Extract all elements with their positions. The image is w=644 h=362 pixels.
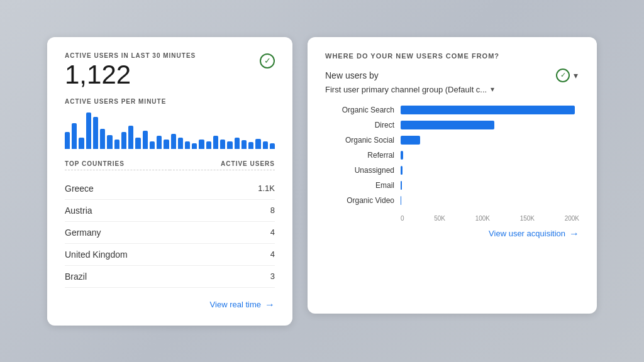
top-countries-label: TOP COUNTRIES — [65, 160, 170, 170]
channel-bar-wrap — [401, 136, 579, 145]
list-item: Unassigned — [325, 166, 579, 175]
country-name: Greece — [65, 184, 94, 194]
country-value: 1.1K — [258, 184, 275, 193]
view-realtime-link[interactable]: View real time → — [65, 299, 275, 310]
channel-bar-fill — [401, 151, 403, 160]
card-controls: ✓ ▾ — [556, 69, 579, 82]
minute-bar — [185, 141, 190, 149]
x-axis-labels: 050K100K150K200K — [401, 215, 579, 222]
per-minute-title: ACTIVE USERS PER MINUTE — [65, 98, 275, 105]
country-name: Austria — [65, 206, 92, 216]
active-users-label: ACTIVE USERS — [170, 160, 275, 170]
view-realtime-label: View real time — [210, 300, 261, 309]
minute-bar — [72, 123, 77, 149]
minute-bar — [263, 141, 268, 149]
x-axis-label: 150K — [520, 215, 535, 222]
table-row: Greece 1.1K — [65, 178, 275, 200]
dashboard: ACTIVE USERS IN LAST 30 MINUTES 1,122 ✓ … — [47, 37, 597, 326]
channel-label: Organic Search — [325, 106, 394, 114]
x-axis-label: 50K — [434, 215, 445, 222]
countries-list: Greece 1.1KAustria 8Germany 4United King… — [65, 178, 275, 288]
table-row: Brazil 3 — [65, 266, 275, 288]
arrow-icon: → — [265, 299, 275, 310]
channel-label: Direct — [325, 121, 394, 129]
list-item: Organic Video — [325, 196, 579, 205]
minute-bar — [128, 126, 133, 148]
channel-dropdown-text: First user primary channel group (Defaul… — [325, 85, 487, 94]
country-value: 3 — [270, 272, 275, 281]
table-row: Germany 4 — [65, 222, 275, 244]
channel-label: Referral — [325, 151, 394, 160]
active-users-title: ACTIVE USERS IN LAST 30 MINUTES — [65, 52, 196, 59]
channel-label: Organic Social — [325, 136, 394, 145]
minute-bar — [235, 138, 240, 148]
list-item: Organic Search — [325, 106, 579, 114]
channel-bar-fill — [401, 166, 402, 175]
minute-bar — [100, 129, 105, 149]
minute-bar — [213, 136, 218, 148]
status-check-icon: ✓ — [260, 53, 275, 69]
dropdown-caret-btn[interactable]: ▾ — [572, 70, 579, 80]
minute-bar — [143, 131, 148, 149]
country-name: Germany — [65, 228, 101, 238]
minute-bar — [220, 140, 225, 149]
minute-bar — [150, 141, 155, 149]
minute-bar — [79, 138, 84, 148]
view-acquisition-link[interactable]: View user acquisition → — [325, 228, 579, 239]
list-item: Organic Social — [325, 136, 579, 145]
channel-bar-chart: Organic Search Direct Organic Social Ref… — [325, 106, 579, 205]
minute-bar — [107, 135, 112, 149]
minute-bar — [93, 117, 98, 149]
channel-label: Unassigned — [325, 166, 394, 175]
minute-bar — [114, 140, 119, 149]
active-users-count: 1,122 — [65, 62, 196, 88]
x-axis-label: 0 — [401, 215, 404, 222]
channel-bar-fill — [401, 136, 420, 145]
list-item: Direct — [325, 121, 579, 129]
channel-bar-wrap — [401, 196, 579, 205]
channel-label: Email — [325, 181, 394, 190]
list-item: Email — [325, 181, 579, 190]
x-axis-label: 100K — [475, 215, 490, 222]
minute-bar — [192, 143, 197, 149]
table-row: United Kingdom 4 — [65, 244, 275, 266]
minute-bar — [178, 138, 183, 148]
minute-bar — [164, 140, 169, 149]
minute-bar — [206, 141, 211, 149]
arrow-icon-right: → — [569, 228, 579, 239]
minute-bar — [227, 141, 232, 149]
check-icon-right: ✓ — [556, 69, 570, 82]
countries-table-header: TOP COUNTRIES ACTIVE USERS — [65, 160, 275, 173]
list-item: Referral — [325, 151, 579, 160]
table-row: Austria 8 — [65, 200, 275, 222]
country-name: Brazil — [65, 272, 87, 282]
minute-bar — [171, 134, 176, 148]
minute-bar — [199, 140, 204, 149]
per-minute-bar-chart — [65, 111, 275, 149]
channel-bar-fill — [401, 106, 575, 114]
minute-bar — [157, 136, 162, 148]
channel-bar-wrap — [401, 181, 579, 190]
new-users-card: WHERE DO YOUR NEW USERS COME FROM? New u… — [308, 37, 597, 314]
channel-bar-wrap — [401, 121, 579, 129]
channel-dropdown-row[interactable]: First user primary channel group (Defaul… — [325, 85, 579, 94]
channel-bar-fill — [401, 121, 494, 129]
country-value: 4 — [270, 250, 275, 259]
country-name: United Kingdom — [65, 250, 128, 260]
x-axis-label: 200K — [565, 215, 579, 222]
minute-bar — [270, 143, 275, 149]
view-acquisition-label: View user acquisition — [489, 229, 565, 238]
channel-dropdown-arrow: ▾ — [491, 85, 494, 94]
new-users-title: WHERE DO YOUR NEW USERS COME FROM? — [325, 52, 579, 60]
minute-bar — [121, 132, 126, 148]
minute-bar — [86, 112, 91, 149]
channel-label: Organic Video — [325, 196, 394, 205]
minute-bar — [135, 138, 140, 148]
minute-bar — [65, 132, 70, 148]
channel-bar-wrap — [401, 166, 579, 175]
minute-bar — [248, 142, 253, 148]
new-users-by-label: New users by — [325, 70, 379, 80]
active-users-card: ACTIVE USERS IN LAST 30 MINUTES 1,122 ✓ … — [47, 37, 292, 326]
channel-bar-wrap — [401, 151, 579, 160]
country-value: 4 — [270, 228, 275, 237]
